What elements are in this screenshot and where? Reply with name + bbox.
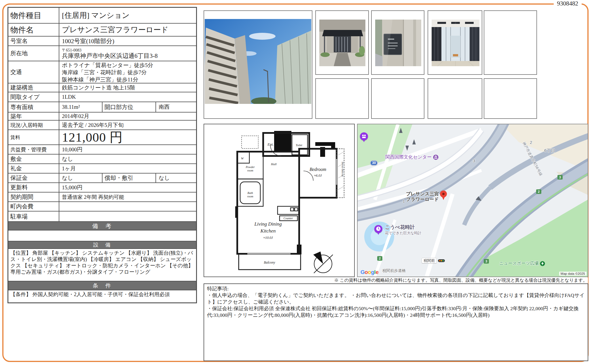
row-guarantee: 保証金 なし 償却・敷引 なし — [8, 174, 196, 183]
row-area: 専有面積 38.11m² 開口部方位 南西 — [8, 102, 196, 113]
room-value: 1002号室(10階部分) — [59, 37, 196, 45]
guarantee-label: 保証金 — [8, 174, 59, 182]
fee-label: 共益費・管理費 — [8, 145, 59, 154]
property-table: 物件種目 [住居用] マンション 物件名 プレサンス三宮フラワーロード 号室名 … — [7, 7, 197, 303]
structure-value: 鉄筋コンクリート造 地上15階 — [59, 83, 196, 92]
row-management-fee: 共益費・管理費 10,000円 — [8, 145, 196, 155]
property-listing-sheet: 9308482 物件種目 [住居用] マンション 物件名 プレサンス三宮フラワー… — [0, 0, 592, 364]
footbridge-label: 税関前歩道橋 — [382, 268, 406, 273]
address-label: 所在地 — [8, 46, 59, 61]
built-value: 2014年02月 — [59, 113, 196, 120]
location-map[interactable]: 関西国際文化センター 30 プレサンス三宮 フラワーロード こうべ花時計 花でで… — [357, 124, 588, 277]
structure-label: 建築構造 — [8, 83, 59, 92]
row-address: 所在地 〒651-0083 兵庫県神戸市中央区浜辺通6丁目3-8 — [8, 46, 196, 61]
property-pin-icon[interactable] — [440, 190, 447, 197]
area-value: 38.11m² — [59, 102, 102, 112]
row-renewal-fee: 更新料 15,000円 — [8, 183, 196, 193]
row-key-money: 礼金 1ヶ月 — [8, 164, 196, 174]
property-type-label: 物件種目 — [8, 8, 59, 23]
plan-counter-label: Counter — [284, 217, 293, 220]
amortization-value: なし — [156, 174, 196, 182]
plan-powder-label-2: room — [247, 169, 253, 172]
conditions-content: 【条件】 外国人契約可能・2人入居可能・子供可・保証会社利用必須 — [8, 290, 196, 302]
row-structure: 建築構造 鉄筋コンクリート造 地上15階 — [8, 83, 196, 92]
plan-ldk-label-1: Living Dining — [254, 221, 282, 227]
equipment-header: 設 備 — [8, 241, 196, 249]
renewal-label: 更新料 — [8, 183, 59, 192]
status-label: 現況/入居時期 — [8, 121, 59, 129]
plan-bedroom-size: ≈6.0J — [314, 174, 322, 178]
row-contract-term: 契約期間 普通借家 2年間 再契約可能 — [8, 193, 196, 202]
district-6chome-label: 6丁目 — [544, 148, 555, 153]
poi-kansai-center[interactable]: 関西国際文化センター — [385, 154, 439, 160]
park-label-group[interactable]: ニュースポーツ広場 — [499, 261, 545, 266]
address-zip: 〒651-0083 — [62, 48, 158, 52]
address-value: 兵庫県神戸市中央区浜辺通6丁目3-8 — [62, 52, 158, 59]
nameplate-image — [375, 20, 421, 66]
block-number-3-mid: 3 — [473, 158, 475, 163]
flower-clock-pin-icon[interactable] — [374, 225, 382, 233]
amortization-label: 償却・敷引 — [102, 174, 156, 182]
document-number: 9308482 — [554, 0, 582, 7]
plan-entrance-label: Ent. — [267, 142, 274, 146]
route-shield-3-bottom: 3 — [484, 259, 489, 264]
conditions-header: 条 件 — [8, 281, 196, 290]
row-room: 号室名 1002号室(10階部分) — [8, 37, 196, 46]
plan-powder-label-1: Powder — [245, 165, 255, 169]
property-name-value: プレサンス三宮フラワーロード — [59, 24, 196, 36]
area-label: 専有面積 — [8, 102, 59, 112]
lobby-image — [432, 20, 479, 66]
remarks-content — [8, 230, 196, 241]
renewal-value: 15,000円 — [59, 183, 196, 192]
building-exterior-image — [205, 19, 311, 104]
route-shield-3-right: 3 — [557, 175, 563, 180]
equipment-content: 【位置】 角部屋 【キッチン】 システムキッチン 【水廻り】 洗面台(独立)・バ… — [8, 249, 196, 281]
flower-clock-title[interactable]: こうべ花時計 — [385, 224, 415, 230]
town-fee-value — [59, 202, 196, 211]
rent-value: 121,000 円 — [59, 130, 196, 144]
parking-label: 駐車場 — [8, 211, 59, 221]
google-logo[interactable]: Google — [360, 269, 378, 275]
plan-bath-label-2: room — [247, 195, 253, 198]
photo-slot-empty-1 — [484, 10, 537, 75]
block-number-2-top: 2 — [530, 140, 532, 145]
special-notes-line-1: ・個人申込の場合、「電子契約くん」でご契約いただきます。 ・お問い合わせについて… — [207, 292, 585, 305]
poi-kansai-center-label: 関西国際文化センター — [385, 155, 432, 159]
poi-pin-icon[interactable] — [360, 132, 368, 140]
map-canvas — [358, 124, 588, 277]
flower-clock-subtitle: 花でできた巨大な時計 — [385, 231, 421, 236]
status-value: 退去予定 / 2026年5月下旬 — [59, 121, 196, 129]
photo-slot-empty-5 — [484, 78, 537, 119]
bus-stop-zeikanmae[interactable]: 税関前 — [422, 258, 445, 263]
plan-service-balcony-label: Service Balcony — [341, 162, 344, 177]
contract-value: 普通借家 2年間 再契約可能 — [59, 193, 196, 201]
access-line-1: ポトライナ「貿易センター」徒歩5分 — [62, 62, 153, 69]
floor-plan: Ent. Toilet Hall W Powder room Bath room… — [204, 124, 355, 277]
row-rent: 賃料 121,000 円 — [8, 130, 196, 145]
park-label: ニュースポーツ広場 — [499, 261, 539, 266]
row-access: 交通 ポトライナ「貿易センター」徒歩5分 海岸線「三宮・花時計前」徒歩7分 阪神… — [8, 61, 196, 83]
town-fee-label: 町内会費 — [8, 202, 59, 211]
map-attribution: Map data ©2025 — [559, 272, 587, 276]
fee-value: 10,000円 — [59, 145, 196, 154]
entrance-image — [319, 20, 365, 66]
built-label: 築年 — [8, 113, 59, 120]
row-property-type: 物件種目 [住居用] マンション — [8, 8, 196, 24]
direction-value: 南西 — [156, 102, 196, 112]
photo-lobby — [428, 10, 482, 75]
block-number-1: 1 — [403, 199, 405, 203]
row-deposit: 敷金 なし — [8, 155, 196, 164]
property-map-label[interactable]: プレサンス三宮 フラワーロード — [406, 191, 439, 202]
key-money-label: 礼金 — [8, 164, 59, 173]
contract-label: 契約期間 — [8, 193, 59, 201]
row-property-name: 物件名 プレサンス三宮フラワーロード — [8, 24, 196, 37]
plan-ldk-size: ≈10.0J — [263, 236, 273, 240]
layout-label: 間取タイプ — [8, 92, 59, 102]
route-shield-2-bottom: 2 — [377, 256, 382, 261]
room-label: 号室名 — [8, 37, 59, 45]
plan-toilet-label: Toilet — [296, 144, 302, 147]
photo-nameplate — [371, 10, 424, 75]
photo-slot-empty-3 — [371, 78, 424, 119]
guarantee-value: なし — [59, 174, 102, 182]
property-map-label-line1: プレサンス三宮 — [406, 191, 439, 196]
